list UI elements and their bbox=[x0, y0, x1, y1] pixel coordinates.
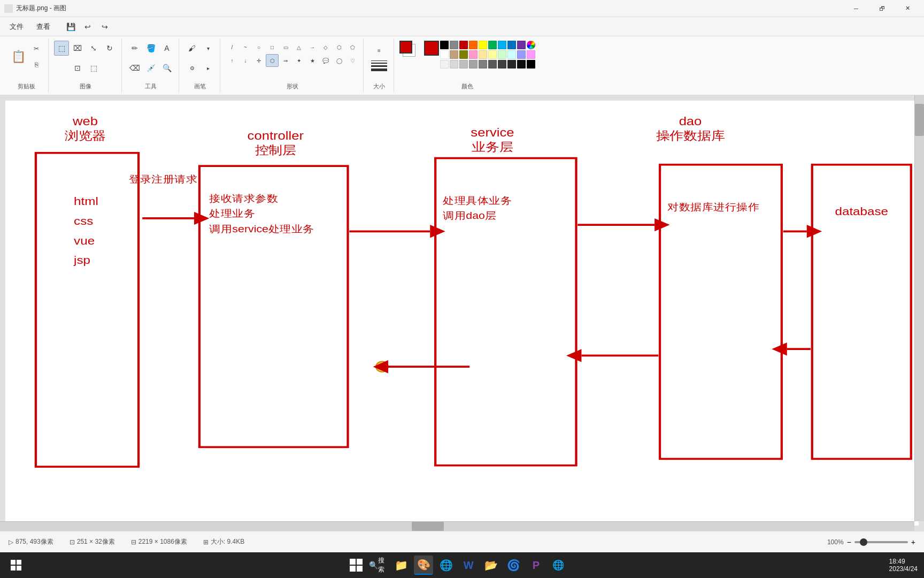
color-black[interactable] bbox=[440, 41, 449, 49]
horizontal-scrollbar[interactable] bbox=[0, 521, 914, 531]
color-olive[interactable] bbox=[459, 50, 468, 59]
shape-callout[interactable]: 💬 bbox=[319, 54, 332, 67]
color-darkred[interactable] bbox=[459, 41, 468, 49]
shape-line[interactable]: / bbox=[226, 41, 238, 54]
color-gray3[interactable] bbox=[469, 60, 478, 69]
shape-rect[interactable]: □ bbox=[266, 41, 279, 54]
color-white[interactable] bbox=[440, 50, 449, 59]
color-black2[interactable] bbox=[527, 60, 535, 69]
taskbar-word[interactable]: W bbox=[459, 556, 478, 575]
color-blue[interactable] bbox=[507, 41, 516, 49]
color-tan[interactable] bbox=[450, 50, 458, 59]
taskbar-explorer[interactable]: 📁 bbox=[391, 556, 411, 575]
shape-triangle[interactable]: △ bbox=[292, 41, 305, 54]
zoom-slider[interactable] bbox=[854, 541, 908, 543]
text-button[interactable]: A bbox=[159, 41, 174, 56]
color-purple[interactable] bbox=[517, 41, 526, 49]
windows-button[interactable] bbox=[6, 556, 26, 575]
color-gray7[interactable] bbox=[507, 60, 516, 69]
brush-type-button[interactable]: ▾ bbox=[201, 41, 215, 56]
shape-arrow-d[interactable]: ↓ bbox=[239, 54, 252, 67]
shape-star5[interactable]: ★ bbox=[306, 54, 319, 67]
maximize-button[interactable]: 🗗 bbox=[869, 0, 894, 17]
coordinates-value: 875, 493像素 bbox=[16, 537, 53, 546]
statusbar: ▷ 875, 493像素 ⊡ 251 × 32像素 ⊟ 2219 × 1086像… bbox=[0, 531, 924, 552]
color-custom[interactable] bbox=[527, 41, 535, 49]
color-gray[interactable] bbox=[450, 41, 458, 49]
color-lightgray2[interactable] bbox=[450, 60, 458, 69]
color-gray8[interactable] bbox=[517, 60, 526, 69]
taskbar-search[interactable]: 🔍 搜索 bbox=[369, 556, 388, 575]
color-lightblue[interactable] bbox=[517, 50, 526, 59]
color-pink[interactable] bbox=[469, 50, 478, 59]
color-lightyellow[interactable] bbox=[488, 50, 497, 59]
taskbar-chrome[interactable]: 🌐 bbox=[436, 556, 456, 575]
brush-arrow-button[interactable]: ▸ bbox=[201, 60, 215, 75]
shape-arrow-r[interactable]: → bbox=[306, 41, 319, 54]
shape-4arrow[interactable]: ✛ bbox=[252, 54, 265, 67]
color-lightgray3[interactable] bbox=[459, 60, 468, 69]
color-green[interactable] bbox=[488, 41, 497, 49]
pencil-button[interactable]: ✏ bbox=[127, 41, 142, 56]
minimize-button[interactable]: ─ bbox=[844, 0, 868, 17]
shape-selected[interactable]: ⬡ bbox=[266, 54, 279, 67]
shape-oval[interactable]: ○ bbox=[252, 41, 265, 54]
color-gray6[interactable] bbox=[498, 60, 506, 69]
shape-curve[interactable]: ~ bbox=[239, 41, 252, 54]
taskbar-files[interactable]: 📂 bbox=[481, 556, 500, 575]
colors-label: 颜色 bbox=[461, 82, 473, 90]
shape-round[interactable]: ◯ bbox=[333, 54, 345, 67]
paste-button[interactable]: 📋 bbox=[9, 41, 28, 73]
undo-button[interactable]: ↩ bbox=[80, 19, 95, 34]
redo-button[interactable]: ↪ bbox=[97, 19, 112, 34]
rotate-button[interactable]: ↻ bbox=[102, 41, 117, 56]
brush-button[interactable]: 🖌 bbox=[184, 41, 199, 56]
zoom-out-button[interactable]: − bbox=[847, 538, 851, 546]
eyedropper-button[interactable]: 💉 bbox=[143, 60, 158, 75]
vertical-scrollbar[interactable] bbox=[914, 95, 924, 521]
shape-arrow-5[interactable]: ⇒ bbox=[279, 54, 292, 67]
active-color[interactable] bbox=[424, 41, 439, 56]
cut-button[interactable]: ✂ bbox=[29, 41, 44, 56]
color-lightgreen[interactable] bbox=[498, 50, 506, 59]
shape-arrow-u[interactable]: ↑ bbox=[226, 54, 238, 67]
brush-settings-button[interactable]: ⚙ bbox=[184, 60, 199, 75]
invert-button[interactable]: ⬚ bbox=[86, 60, 101, 75]
color-gold[interactable] bbox=[479, 50, 487, 59]
select2-button[interactable]: ⊡ bbox=[70, 60, 85, 75]
shape-hex[interactable]: ⬡ bbox=[333, 41, 345, 54]
select-button[interactable]: ⬚ bbox=[54, 41, 69, 56]
taskbar-paint[interactable]: 🎨 bbox=[414, 556, 433, 575]
save-button[interactable]: 💾 bbox=[63, 19, 78, 34]
shape-penta[interactable]: ⬠ bbox=[346, 41, 359, 54]
copy-button[interactable]: ⎘ bbox=[29, 57, 44, 72]
zoom-in-button[interactable]: + bbox=[911, 538, 915, 546]
color-lightgray1[interactable] bbox=[440, 60, 449, 69]
outline-button[interactable]: ≡ bbox=[372, 43, 387, 58]
color-cyan[interactable] bbox=[498, 41, 506, 49]
taskbar-edge[interactable]: 🌀 bbox=[504, 556, 523, 575]
color-gray5[interactable] bbox=[488, 60, 497, 69]
canvas-container[interactable]: web 浏览器 controller 控制层 service 业务层 dao 操… bbox=[0, 95, 924, 531]
crop-button[interactable]: ⌧ bbox=[70, 41, 85, 56]
color-yellow[interactable] bbox=[479, 41, 487, 49]
shape-rect2[interactable]: ▭ bbox=[279, 41, 292, 54]
menu-file[interactable]: 文件 bbox=[4, 20, 29, 34]
shape-star4[interactable]: ✦ bbox=[292, 54, 305, 67]
color-lightcyan[interactable] bbox=[507, 50, 516, 59]
shape-diamond[interactable]: ◇ bbox=[319, 41, 332, 54]
color-lightpurple[interactable] bbox=[527, 50, 535, 59]
eraser-button[interactable]: ⌫ bbox=[127, 60, 142, 75]
color-orange[interactable] bbox=[469, 41, 478, 49]
fill-button[interactable]: 🪣 bbox=[143, 41, 158, 56]
menu-view[interactable]: 查看 bbox=[31, 20, 56, 34]
color-gray4[interactable] bbox=[479, 60, 487, 69]
close-button[interactable]: ✕ bbox=[895, 0, 920, 17]
shape-heart[interactable]: ♡ bbox=[346, 54, 359, 67]
zoom-controls: 100% − + bbox=[827, 538, 915, 546]
taskbar-start[interactable] bbox=[346, 556, 366, 575]
resize-button[interactable]: ⤡ bbox=[86, 41, 101, 56]
taskbar-green[interactable]: 🌐 bbox=[549, 556, 568, 575]
taskbar-purple[interactable]: P bbox=[526, 556, 545, 575]
magnify-button[interactable]: 🔍 bbox=[159, 60, 174, 75]
